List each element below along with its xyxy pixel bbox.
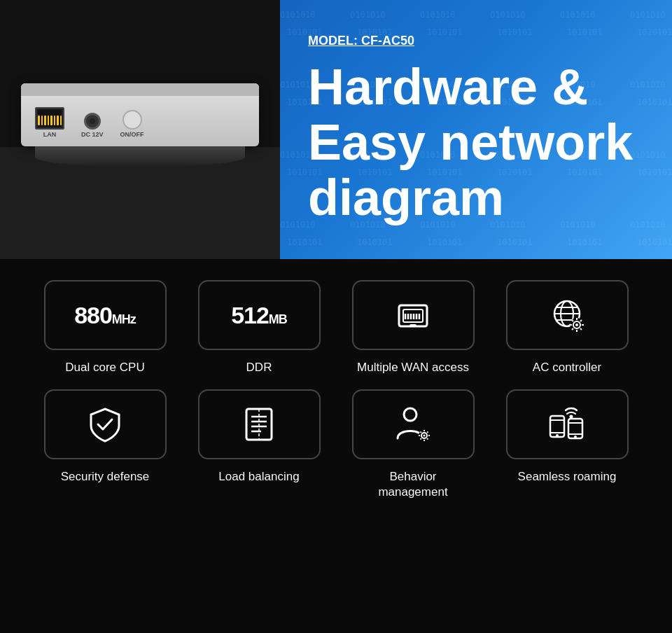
ddr-badge: 512MB <box>231 302 287 329</box>
feature-label-roaming: Seamless roaming <box>518 469 617 485</box>
feature-label-cpu: Dual core CPU <box>65 360 144 375</box>
feature-behavior: Behavior management <box>343 389 483 500</box>
feature-label-ddr: DDR <box>246 360 272 375</box>
svg-point-16 <box>575 324 578 326</box>
hero-title-line2: Easy network <box>308 114 633 170</box>
svg-line-24 <box>572 328 573 330</box>
load-balance-icon <box>238 403 280 445</box>
power-label: ON/OFF <box>120 131 144 138</box>
dc-label: DC 12V <box>81 131 104 138</box>
features-row-1: 880MHz Dual core CPU 512MB DDR <box>28 280 644 375</box>
router-device: LAN DC 12V ON/OFF <box>21 83 259 167</box>
svg-line-22 <box>580 328 582 330</box>
svg-line-42 <box>421 438 421 439</box>
hero-title-line3: diagram <box>308 169 504 225</box>
hero-panel: MODEL: CF-AC50 Hardware & Easy network d… <box>280 0 672 259</box>
svg-rect-43 <box>550 416 564 437</box>
svg-line-23 <box>580 320 582 321</box>
top-section: LAN DC 12V ON/OFF MODEL: CF-AC50 <box>0 0 672 259</box>
power-port-group: ON/OFF <box>120 110 144 138</box>
lan-label: LAN <box>43 131 57 138</box>
svg-rect-8 <box>410 324 416 327</box>
svg-point-31 <box>404 408 416 421</box>
feature-wan: Multiple WAN access <box>343 280 483 375</box>
svg-line-21 <box>572 320 573 321</box>
features-section: 880MHz Dual core CPU 512MB DDR <box>0 259 672 514</box>
svg-line-39 <box>421 432 421 433</box>
security-icon <box>84 403 126 445</box>
feature-icon-box-ac <box>506 280 629 350</box>
hero-title-line1: Hardware & <box>308 59 588 115</box>
feature-icon-box-wan <box>352 280 475 350</box>
svg-rect-47 <box>568 419 582 438</box>
feature-ddr: 512MB DDR <box>189 280 329 375</box>
behavior-icon <box>392 403 434 445</box>
feature-icon-box-ddr: 512MB <box>198 280 321 350</box>
device-image-panel: LAN DC 12V ON/OFF <box>0 0 280 259</box>
ac-controller-icon <box>546 294 588 336</box>
feature-roaming: Seamless roaming <box>497 389 637 500</box>
dc-port-group: DC 12V <box>81 113 104 138</box>
feature-label-ac: AC controller <box>533 360 601 375</box>
svg-point-34 <box>424 435 426 437</box>
feature-icon-box-security <box>44 389 167 459</box>
feature-ac: AC controller <box>497 280 637 375</box>
feature-cpu: 880MHz Dual core CPU <box>35 280 175 375</box>
cpu-badge: 880MHz <box>74 302 136 329</box>
svg-point-51 <box>570 415 573 419</box>
lan-port-group: LAN <box>35 107 64 138</box>
features-row-2: Security defense Load balancing <box>28 389 644 500</box>
svg-line-40 <box>427 438 428 439</box>
model-label: MODEL: CF-AC50 <box>308 34 644 48</box>
svg-point-50 <box>574 436 577 438</box>
feature-label-loadbalance: Load balancing <box>218 469 299 485</box>
hero-title: Hardware & Easy network diagram <box>308 60 644 226</box>
feature-icon-box-cpu: 880MHz <box>44 280 167 350</box>
feature-icon-box-behavior <box>352 389 475 459</box>
feature-label-wan: Multiple WAN access <box>357 360 469 375</box>
feature-icon-box-loadbalance <box>198 389 321 459</box>
feature-label-security: Security defense <box>61 469 150 485</box>
feature-icon-box-roaming <box>506 389 629 459</box>
feature-label-behavior: Behavior management <box>378 469 447 500</box>
feature-security: Security defense <box>35 389 175 500</box>
svg-line-41 <box>427 432 428 433</box>
wan-icon <box>392 294 434 336</box>
roaming-icon <box>546 403 588 445</box>
feature-loadbalance: Load balancing <box>189 389 329 500</box>
svg-point-46 <box>556 434 559 437</box>
